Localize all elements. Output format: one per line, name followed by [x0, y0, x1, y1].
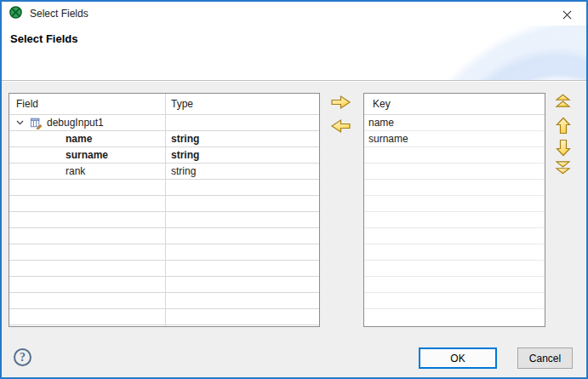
yellow-arrow-right-icon	[330, 100, 351, 112]
empty-row	[364, 276, 545, 292]
yellow-arrow-down-icon	[556, 146, 571, 159]
dialog-banner: Select Fields	[2, 26, 586, 81]
move-down-button[interactable]	[556, 139, 571, 157]
question-mark-icon: ?	[20, 351, 26, 365]
record-name: debugInput1	[47, 117, 104, 129]
remove-from-key-button[interactable]	[330, 118, 351, 134]
titlebar: Select Fields	[2, 2, 586, 26]
app-icon	[9, 5, 23, 23]
field-row-rank[interactable]: rank string	[9, 163, 319, 179]
chevron-down-icon[interactable]	[16, 120, 24, 125]
empty-row	[364, 260, 545, 276]
empty-row	[364, 244, 545, 260]
empty-row	[9, 195, 319, 211]
field-row-surname[interactable]: surname string	[9, 146, 319, 163]
help-button[interactable]: ?	[14, 348, 31, 366]
fields-table-header: Field Type	[9, 94, 319, 114]
empty-row	[9, 211, 319, 227]
key-row-name[interactable]: name	[364, 114, 545, 130]
column-header-type: Type	[165, 98, 193, 110]
yellow-arrow-up-icon	[556, 124, 571, 137]
double-chevron-up-icon	[555, 98, 571, 111]
empty-row	[9, 308, 319, 324]
empty-row	[9, 324, 319, 327]
move-to-top-button[interactable]	[555, 94, 571, 108]
empty-row	[364, 146, 545, 163]
field-row-name[interactable]: name string	[9, 130, 319, 146]
record-metadata-icon	[30, 117, 43, 129]
empty-row	[364, 195, 545, 211]
dialog-body: Field Type	[2, 82, 586, 377]
dialog-heading: Select Fields	[10, 32, 77, 45]
close-icon[interactable]	[559, 7, 574, 22]
key-table[interactable]: Key name surname	[363, 93, 545, 327]
move-up-button[interactable]	[556, 117, 571, 135]
empty-row	[364, 163, 545, 179]
add-to-key-button[interactable]	[330, 95, 351, 110]
empty-row	[9, 292, 319, 308]
empty-row	[9, 276, 319, 292]
double-chevron-down-icon	[555, 164, 571, 177]
column-divider	[165, 94, 166, 326]
column-header-key: Key	[364, 98, 391, 110]
window-title: Select Fields	[30, 8, 88, 20]
yellow-arrow-left-icon	[330, 123, 351, 136]
record-row[interactable]: debugInput1	[9, 114, 319, 130]
empty-row	[9, 227, 319, 244]
empty-row	[9, 244, 319, 260]
empty-row	[364, 179, 545, 195]
ok-button[interactable]: OK	[419, 347, 497, 369]
empty-row	[364, 292, 545, 308]
cancel-button[interactable]: Cancel	[517, 347, 573, 369]
empty-row	[9, 179, 319, 195]
key-row-surname[interactable]: surname	[364, 130, 545, 146]
key-table-header: Key	[364, 94, 545, 114]
move-to-bottom-button[interactable]	[555, 160, 571, 175]
empty-row	[9, 260, 319, 276]
fields-table[interactable]: Field Type	[9, 93, 320, 327]
empty-row	[364, 308, 545, 324]
select-fields-dialog: Select Fields Select Fields Field Type	[0, 0, 588, 379]
empty-row	[364, 227, 545, 244]
empty-row	[364, 211, 545, 227]
column-header-field: Field	[9, 98, 165, 110]
